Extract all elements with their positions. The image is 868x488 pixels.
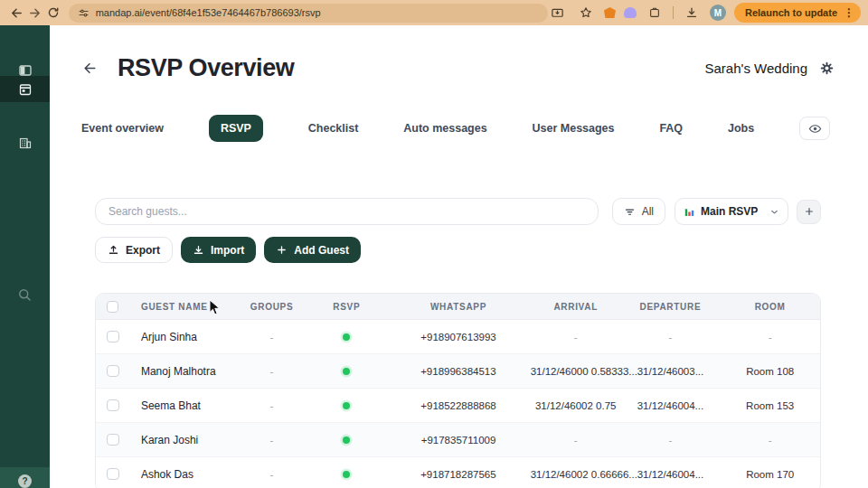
whatsapp-cell: +918907613993 (386, 332, 531, 343)
table-row[interactable]: Karan Joshi - +917835711009 - - - (96, 423, 820, 457)
tab-event-overview[interactable]: Event overview (81, 122, 164, 135)
add-view-button[interactable] (797, 200, 821, 224)
arrival-cell: 31/12/46000 0.58333... (531, 366, 621, 377)
table-body: Arjun Sinha - +918907613993 - - - Manoj … (96, 320, 820, 488)
filter-all-label: All (642, 205, 654, 218)
table-row[interactable]: Manoj Malhotra - +918996384513 31/12/460… (96, 354, 820, 389)
guest-name-cell: Seema Bhat (130, 399, 237, 412)
whatsapp-cell: +918522888868 (386, 400, 531, 411)
row-checkbox[interactable] (107, 331, 119, 343)
tab-faq[interactable]: FAQ (659, 122, 683, 135)
event-name: Sarah's Wedding (705, 61, 808, 76)
sidebar-item-organization[interactable] (0, 136, 50, 150)
col-groups[interactable]: GROUPS (237, 302, 307, 312)
select-all-checkbox[interactable] (107, 301, 118, 313)
metamask-icon[interactable] (604, 7, 616, 18)
address-bar[interactable]: mandap.ai/event/68f4e1f53e7464467b786693… (69, 4, 548, 23)
room-cell: Room 153 (720, 400, 820, 411)
page-header: RSVP Overview Sarah's Wedding (82, 54, 834, 82)
row-checkbox[interactable] (107, 434, 119, 446)
import-button[interactable]: Import (181, 237, 256, 263)
add-guest-button[interactable]: Add Guest (264, 237, 361, 263)
profile-avatar[interactable]: M (710, 5, 726, 21)
col-departure[interactable]: DEPARTURE (621, 302, 721, 312)
divider (673, 6, 674, 19)
rsvp-cell (307, 471, 386, 478)
filter-all-button[interactable]: All (612, 198, 665, 225)
tab-user-messages[interactable]: User Messages (533, 122, 615, 135)
room-cell: Room 108 (720, 366, 820, 377)
search-input[interactable] (95, 198, 599, 225)
export-icon (108, 244, 119, 256)
reload-icon[interactable] (44, 3, 63, 23)
departure-cell: 31/12/46004... (621, 400, 721, 411)
col-rsvp[interactable]: RSVP (307, 302, 386, 312)
col-whatsapp[interactable]: WHATSAPP (386, 302, 531, 312)
url-text[interactable]: mandap.ai/event/68f4e1f53e7464467b786693… (96, 7, 321, 18)
relaunch-button[interactable]: Relaunch to update ⋮ (734, 3, 861, 23)
kebab-menu-icon[interactable]: ⋮ (844, 7, 854, 18)
rsvp-status-dot (343, 471, 350, 478)
screen: mandap.ai/event/68f4e1f53e7464467b786693… (0, 0, 868, 488)
whatsapp-cell: +918718287565 (386, 469, 531, 480)
sidebar-item-events[interactable] (0, 76, 50, 102)
browser-actions: M Relaunch to update ⋮ (548, 3, 861, 23)
whatsapp-cell: +917835711009 (386, 435, 531, 446)
groups-cell: - (237, 366, 307, 377)
page-title: RSVP Overview (118, 54, 294, 82)
building-icon (18, 136, 33, 150)
install-icon[interactable] (548, 3, 568, 23)
tab-auto-messages[interactable]: Auto messages (403, 122, 486, 135)
departure-cell: 31/12/46003... (621, 366, 721, 377)
main-content: RSVP Overview Sarah's Wedding Event over… (50, 25, 868, 488)
table-row[interactable]: Arjun Sinha - +918907613993 - - - (96, 320, 820, 354)
import-icon (193, 244, 204, 256)
site-settings-icon[interactable] (78, 7, 90, 19)
tab-checklist[interactable]: Checklist (308, 122, 359, 135)
tab-rsvp[interactable]: RSVP (209, 115, 263, 142)
star-icon[interactable] (576, 3, 596, 23)
col-room[interactable]: ROOM (720, 302, 820, 312)
plus-icon (804, 206, 815, 217)
preview-button[interactable] (799, 117, 830, 140)
arrival-cell: 31/12/46002 0.66666... (531, 469, 621, 480)
eye-icon (808, 122, 822, 136)
extensions-icon[interactable] (645, 3, 665, 23)
groups-cell: - (237, 400, 307, 411)
room-cell: Room 170 (720, 469, 820, 480)
rsvp-view-select[interactable]: Main RSVP (675, 198, 788, 225)
action-row: Export Import Add Guest (95, 237, 821, 263)
sidebar-search[interactable] (0, 287, 50, 303)
export-button[interactable]: Export (95, 237, 173, 263)
forward-icon[interactable] (26, 3, 45, 23)
back-icon[interactable] (7, 3, 26, 23)
row-checkbox[interactable] (107, 468, 119, 481)
import-label: Import (211, 244, 244, 257)
back-button[interactable] (82, 61, 98, 76)
table-row[interactable]: Seema Bhat - +918522888868 31/12/46002 0… (96, 389, 820, 423)
rsvp-cell (307, 368, 386, 375)
downloads-icon[interactable] (682, 3, 702, 23)
help-button[interactable]: ? (0, 467, 50, 488)
back-arrow-icon (82, 61, 98, 76)
whatsapp-cell: +918996384513 (386, 366, 531, 377)
row-checkbox[interactable] (107, 365, 119, 378)
browser-toolbar: mandap.ai/event/68f4e1f53e7464467b786693… (0, 0, 868, 25)
settings-button[interactable] (820, 61, 834, 75)
guest-name-cell: Manoj Malhotra (130, 365, 237, 378)
groups-cell: - (237, 332, 307, 343)
help-icon: ? (18, 474, 32, 488)
calendar-icon (18, 82, 33, 97)
rsvp-view-value: Main RSVP (701, 205, 764, 218)
row-checkbox[interactable] (107, 399, 119, 412)
guest-name-cell: Karan Joshi (130, 434, 237, 446)
col-guest-name[interactable]: GUEST NAME (130, 302, 237, 312)
tab-jobs[interactable]: Jobs (728, 122, 754, 135)
col-arrival[interactable]: ARRIVAL (531, 302, 621, 312)
rsvp-cell (307, 402, 386, 409)
rsvp-cell (307, 436, 386, 444)
phantom-icon[interactable] (624, 7, 637, 18)
arrival-cell: 31/12/46002 0.75 (531, 400, 621, 411)
rsvp-status-dot (343, 333, 350, 341)
table-row[interactable]: Ashok Das - +918718287565 31/12/46002 0.… (96, 457, 820, 488)
